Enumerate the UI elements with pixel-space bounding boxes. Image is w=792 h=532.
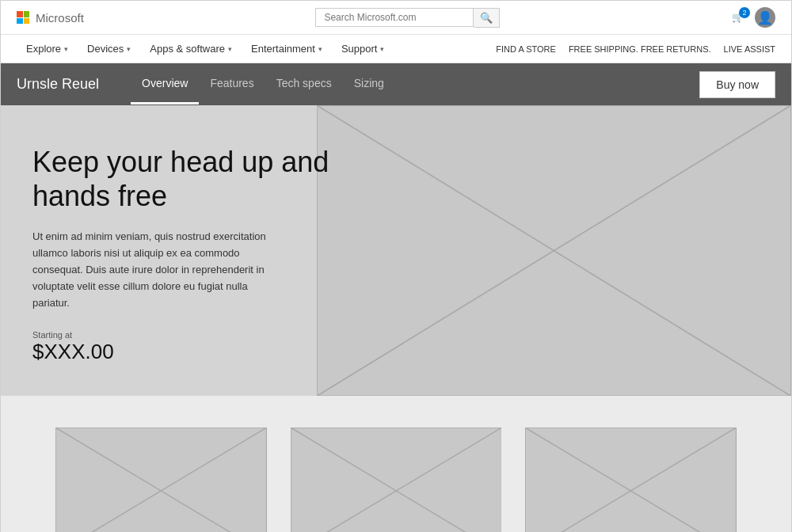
product-nav: Urnsle Reuel Overview Features Tech spec…: [1, 63, 791, 105]
find-store-link[interactable]: FIND A STORE: [496, 44, 556, 54]
svg-rect-4: [55, 428, 267, 532]
page-wrapper: Microsoft 🔍 🛒 2 👤 Explore ▾ Devices ▾ Ap: [0, 0, 792, 532]
nav-apps-label: Apps & software: [150, 43, 225, 55]
search-area: 🔍: [315, 8, 500, 28]
hero-section: Keep your head up and hands free Ut enim…: [1, 105, 791, 396]
features-section: Live healthier Set wellness goals and ge…: [1, 396, 791, 532]
hero-price-section: Starting at $XXX.00: [32, 330, 349, 364]
top-bar: Microsoft 🔍 🛒 2 👤: [1, 1, 791, 35]
svg-line-5: [55, 428, 267, 532]
svg-line-6: [55, 428, 267, 532]
nav-bar: Explore ▾ Devices ▾ Apps & software ▾ En…: [1, 35, 791, 63]
nav-explore[interactable]: Explore ▾: [17, 35, 78, 63]
avatar[interactable]: 👤: [755, 7, 775, 28]
cart-icon[interactable]: 🛒 2: [732, 12, 744, 23]
brand-name: Microsoft: [36, 11, 84, 25]
svg-line-9: [291, 428, 502, 532]
chevron-down-icon: ▾: [228, 45, 232, 53]
prod-nav-features[interactable]: Features: [199, 64, 265, 104]
hero-description: Ut enim ad minim veniam, quis nostrud ex…: [32, 229, 286, 311]
nav-support-label: Support: [341, 43, 378, 55]
product-title: Urnsle Reuel: [17, 63, 115, 105]
feature-card-2: Be more productive Get email previews an…: [291, 428, 502, 532]
prod-nav-sizing[interactable]: Sizing: [343, 64, 395, 104]
nav-devices[interactable]: Devices ▾: [78, 35, 140, 63]
svg-rect-0: [317, 105, 791, 396]
nav-devices-label: Devices: [87, 43, 124, 55]
nav-apps[interactable]: Apps & software ▾: [140, 35, 242, 63]
feature-image-3: [525, 428, 737, 532]
chevron-down-icon: ▾: [318, 45, 322, 53]
top-right-links: 🛒 2 👤: [732, 7, 775, 28]
svg-line-1: [317, 105, 791, 396]
logo-area[interactable]: Microsoft: [17, 11, 84, 25]
svg-line-10: [291, 428, 502, 532]
chevron-down-icon: ▾: [64, 45, 68, 53]
buy-now-button[interactable]: Buy now: [699, 71, 775, 98]
svg-line-2: [317, 105, 791, 396]
nav-support[interactable]: Support ▾: [332, 35, 394, 63]
svg-line-13: [525, 428, 737, 532]
prod-nav-overview[interactable]: Overview: [131, 64, 199, 104]
feature-card-3: Stay connected at a glance See incoming …: [525, 428, 737, 532]
hero-image-placeholder: [317, 105, 791, 396]
hero-content: Keep your head up and hands free Ut enim…: [32, 145, 349, 364]
svg-rect-7: [55, 428, 267, 532]
feature-image-2: [291, 428, 502, 532]
shipping-link[interactable]: FREE SHIPPING. FREE RETURNS.: [569, 44, 711, 54]
nav-explore-label: Explore: [26, 43, 61, 55]
features-grid: Live healthier Set wellness goals and ge…: [55, 428, 737, 532]
price-value: $XXX.00: [32, 340, 349, 364]
price-label: Starting at: [32, 330, 349, 340]
svg-rect-8: [291, 428, 502, 532]
svg-rect-11: [291, 428, 502, 532]
prod-nav-techspecs[interactable]: Tech specs: [265, 64, 343, 104]
microsoft-logo-icon: [17, 11, 29, 24]
svg-rect-15: [525, 428, 737, 532]
utility-links: FIND A STORE FREE SHIPPING. FREE RETURNS…: [496, 44, 775, 54]
feature-card-1: Live healthier Set wellness goals and ge…: [55, 428, 267, 532]
chevron-down-icon: ▾: [380, 45, 384, 53]
feature-image-1: [55, 428, 267, 532]
live-assist-link[interactable]: LIVE ASSIST: [724, 44, 775, 54]
nav-entertainment[interactable]: Entertainment ▾: [242, 35, 332, 63]
nav-entertainment-label: Entertainment: [251, 43, 315, 55]
product-nav-items: Overview Features Tech specs Sizing: [131, 64, 699, 104]
svg-rect-3: [317, 105, 791, 396]
chevron-down-icon: ▾: [127, 45, 131, 53]
svg-rect-12: [525, 428, 737, 532]
svg-line-14: [525, 428, 737, 532]
search-input[interactable]: [315, 8, 474, 27]
search-button[interactable]: 🔍: [474, 8, 500, 28]
cart-badge: 2: [739, 7, 750, 18]
hero-title: Keep your head up and hands free: [32, 145, 349, 213]
